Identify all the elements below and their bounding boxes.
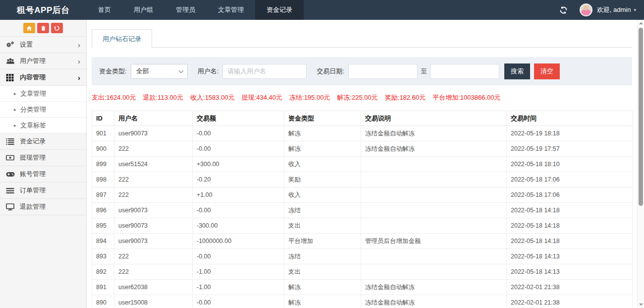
filter-bar: 资金类型: 全部 用户名: 交易日期: 至 搜索 清空 xyxy=(92,57,632,85)
summary-item: 平台增加:1003866.00元 xyxy=(432,93,500,102)
cell-amount: +300.00 xyxy=(193,157,284,172)
summary-item: 退款:113.00元 xyxy=(143,93,183,102)
reload-icon xyxy=(54,25,60,31)
cell-id: 893 xyxy=(92,249,114,264)
cell-desc: 管理员后台增加金额 xyxy=(361,234,507,249)
avatar[interactable] xyxy=(580,3,592,16)
table-row: 890user15008-0.00解冻冻结金额自动解冻2022-02-01 21… xyxy=(92,295,633,308)
welcome-text[interactable]: 欢迎, admin xyxy=(597,5,631,14)
cell-desc: 冻结金额自动解冻 xyxy=(361,141,507,157)
cell-time: 2022-02-01 21:38 xyxy=(507,295,633,308)
sidebar-item-label: 资金记录 xyxy=(20,137,46,146)
cell-type: 解冻 xyxy=(284,280,361,295)
cell-amount: -0.00 xyxy=(193,141,284,157)
date-from-input[interactable] xyxy=(348,64,418,79)
cell-amount: -1.00 xyxy=(193,264,284,280)
cell-amount: -0.00 xyxy=(193,249,284,264)
cell-id: 896 xyxy=(92,203,114,218)
scroll-down-arrow-icon[interactable] xyxy=(639,304,643,306)
cell-type: 收入 xyxy=(284,187,361,203)
cell-desc xyxy=(361,187,507,203)
cell-id: 897 xyxy=(92,187,114,203)
users-icon xyxy=(6,57,15,65)
nav-item-articles[interactable]: 文章管理 xyxy=(207,0,255,20)
header-amount: 交易额 xyxy=(193,111,284,126)
sidebar-item-label: 账号管理 xyxy=(20,170,46,179)
cell-username: user90073 xyxy=(114,126,193,141)
table-row: 897222+1.00收入2022-05-18 17:06 xyxy=(92,187,633,203)
date-to-input[interactable] xyxy=(430,64,499,79)
summary-item: 解冻:225.00元 xyxy=(337,93,377,102)
cell-time: 2022-05-18 14:18 xyxy=(507,234,633,249)
cell-time: 2022-05-18 14:18 xyxy=(507,203,633,218)
cell-id: 895 xyxy=(92,218,114,234)
sidebar-item-label: 退款管理 xyxy=(20,202,46,211)
cell-desc: 冻结金额自动解冻 xyxy=(361,280,507,295)
cell-desc: 冻结金额自动解冻 xyxy=(361,126,507,141)
bars-icon xyxy=(6,187,15,194)
sidebar-item-fund-records[interactable]: 资金记录 xyxy=(0,133,86,150)
username-label: 用户名: xyxy=(198,67,219,76)
sidebar-subitem-article-tags[interactable]: ▸ 文章标签 xyxy=(0,118,86,133)
sidebar-item-order-management[interactable]: 订单管理 xyxy=(0,183,86,199)
trash-button[interactable] xyxy=(37,23,49,33)
scrollbar-thumb[interactable] xyxy=(639,28,643,206)
header-username: 用户名 xyxy=(114,111,193,126)
chevron-right-icon: › xyxy=(78,58,80,65)
cell-type: 收入 xyxy=(284,157,361,172)
summary-item: 支出:1624.00元 xyxy=(92,93,136,102)
scroll-up-arrow-icon[interactable] xyxy=(639,22,643,24)
header-type: 资金类型 xyxy=(284,111,361,126)
sidebar-item-user-management[interactable]: 用户管理 › xyxy=(0,53,86,69)
nav-item-funds[interactable]: 资金记录 xyxy=(255,0,304,20)
refresh-icon[interactable] xyxy=(559,6,568,14)
cell-type: 解冻 xyxy=(284,141,361,157)
nav-item-home[interactable]: 首页 xyxy=(87,0,122,20)
vertical-scrollbar[interactable] xyxy=(637,20,644,308)
home-icon xyxy=(26,25,32,31)
sidebar-item-content-management[interactable]: 内容管理 › xyxy=(0,69,86,86)
table-row: 892222-1.00支出2022-05-18 14:13 xyxy=(92,264,633,280)
clear-button[interactable]: 清空 xyxy=(534,63,560,79)
cell-time: 2022-05-18 17:06 xyxy=(507,187,633,203)
cell-id: 894 xyxy=(92,234,114,249)
reload-button[interactable] xyxy=(51,23,63,33)
fund-type-select[interactable]: 全部 xyxy=(131,64,188,79)
summary-row: 支出:1624.00元 退款:113.00元 收入:1583.00元 提现:43… xyxy=(92,93,632,102)
sidebar-item-label: 内容管理 xyxy=(20,73,46,82)
top-navbar: 租号APP后台 首页 用户组 管理员 文章管理 资金记录 欢迎, admin ▾ xyxy=(0,0,644,20)
sidebar-subitem-label: 文章标签 xyxy=(20,121,46,130)
fund-type-select-wrap: 全部 xyxy=(131,64,188,79)
sidebar-item-account-management[interactable]: 账号管理 xyxy=(0,166,86,183)
summary-item: 冻结:195.00元 xyxy=(289,93,330,102)
sidebar-item-refund-management[interactable]: 退款管理 xyxy=(0,199,86,215)
sidebar-subitem-article-management[interactable]: ▸ 文章管理 xyxy=(0,86,86,102)
nav-item-usergroup[interactable]: 用户组 xyxy=(122,0,164,20)
submenu-arrow-icon: ▸ xyxy=(14,123,16,128)
search-button[interactable]: 搜索 xyxy=(504,63,530,79)
app-root: 租号APP后台 首页 用户组 管理员 文章管理 资金记录 欢迎, admin ▾ xyxy=(0,0,644,308)
list-icon xyxy=(6,138,15,145)
table-row: 899user51524+300.00收入2022-05-18 18:10 xyxy=(92,157,633,172)
cell-amount: -0.00 xyxy=(193,295,284,308)
username-input[interactable] xyxy=(222,64,307,79)
submenu-arrow-icon: ▸ xyxy=(14,91,16,96)
cell-id: 891 xyxy=(92,280,114,295)
sidebar-subitem-category-management[interactable]: ▸ 分类管理 xyxy=(0,102,86,118)
submenu-arrow-icon: ▸ xyxy=(14,107,16,112)
sidebar-item-label: 用户管理 xyxy=(20,57,46,65)
cell-type: 平台增加 xyxy=(284,234,361,249)
cell-username: 222 xyxy=(114,264,193,280)
grid-icon xyxy=(6,73,15,81)
nav-item-admins[interactable]: 管理员 xyxy=(164,0,207,20)
trash-icon xyxy=(41,25,46,31)
cell-type: 支出 xyxy=(284,264,361,280)
cell-username: user90073 xyxy=(114,234,193,249)
home-button[interactable] xyxy=(23,23,35,33)
sidebar-item-withdraw-management[interactable]: 提现管理 xyxy=(0,150,86,166)
sidebar-item-settings[interactable]: 设置 › xyxy=(0,37,86,53)
cell-type: 冻结 xyxy=(284,249,361,264)
tab-user-diamond-records[interactable]: 用户钻石记录 xyxy=(92,29,152,48)
header-desc: 交易说明 xyxy=(361,111,507,126)
table-row: 891user62038-1.00解冻冻结金额自动解冻2022-02-01 21… xyxy=(92,280,633,295)
